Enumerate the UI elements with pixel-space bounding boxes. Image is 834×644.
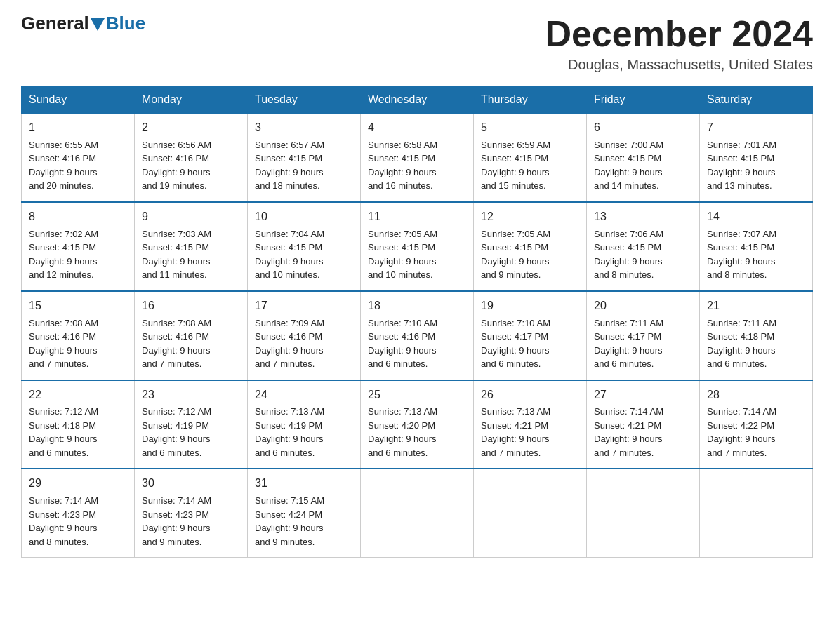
day-info: Sunrise: 7:08 AM Sunset: 4:16 PM Dayligh… xyxy=(29,316,128,371)
calendar-table: SundayMondayTuesdayWednesdayThursdayFrid… xyxy=(21,86,813,558)
day-number: 31 xyxy=(255,475,355,492)
calendar-cell: 29Sunrise: 7:14 AM Sunset: 4:23 PM Dayli… xyxy=(22,469,135,557)
calendar-cell: 21Sunrise: 7:11 AM Sunset: 4:18 PM Dayli… xyxy=(700,291,813,380)
day-info: Sunrise: 7:14 AM Sunset: 4:21 PM Dayligh… xyxy=(594,405,694,459)
day-info: Sunrise: 6:55 AM Sunset: 4:16 PM Dayligh… xyxy=(29,138,128,193)
day-number: 8 xyxy=(29,208,128,226)
day-info: Sunrise: 7:05 AM Sunset: 4:15 PM Dayligh… xyxy=(368,227,468,282)
day-info: Sunrise: 6:57 AM Sunset: 4:15 PM Dayligh… xyxy=(255,138,355,193)
calendar-cell: 9Sunrise: 7:03 AM Sunset: 4:15 PM Daylig… xyxy=(135,202,248,291)
location-title: Douglas, Massachusetts, United States xyxy=(545,57,813,73)
calendar-cell: 28Sunrise: 7:14 AM Sunset: 4:22 PM Dayli… xyxy=(700,380,813,469)
day-number: 4 xyxy=(368,119,468,137)
header-tuesday: Tuesday xyxy=(248,86,361,114)
day-number: 15 xyxy=(29,297,128,315)
day-info: Sunrise: 7:12 AM Sunset: 4:19 PM Dayligh… xyxy=(142,405,241,459)
day-number: 1 xyxy=(29,119,128,137)
day-info: Sunrise: 7:10 AM Sunset: 4:16 PM Dayligh… xyxy=(368,316,468,371)
day-number: 16 xyxy=(142,297,241,315)
day-number: 10 xyxy=(255,208,355,226)
header-saturday: Saturday xyxy=(700,86,813,114)
day-number: 25 xyxy=(368,387,468,404)
calendar-cell: 31Sunrise: 7:15 AM Sunset: 4:24 PM Dayli… xyxy=(248,469,361,557)
day-number: 29 xyxy=(29,475,128,492)
day-number: 21 xyxy=(707,297,807,315)
day-info: Sunrise: 7:10 AM Sunset: 4:17 PM Dayligh… xyxy=(481,316,581,371)
day-number: 9 xyxy=(142,208,241,226)
day-number: 19 xyxy=(481,297,581,315)
day-number: 24 xyxy=(255,387,355,404)
calendar-cell: 4Sunrise: 6:58 AM Sunset: 4:15 PM Daylig… xyxy=(361,114,474,202)
calendar-cell: 19Sunrise: 7:10 AM Sunset: 4:17 PM Dayli… xyxy=(474,291,587,380)
day-number: 23 xyxy=(142,387,241,404)
calendar-cell: 1Sunrise: 6:55 AM Sunset: 4:16 PM Daylig… xyxy=(22,114,135,202)
calendar-cell: 15Sunrise: 7:08 AM Sunset: 4:16 PM Dayli… xyxy=(22,291,135,380)
day-number: 7 xyxy=(707,119,807,137)
calendar-cell: 8Sunrise: 7:02 AM Sunset: 4:15 PM Daylig… xyxy=(22,202,135,291)
week-row-2: 8Sunrise: 7:02 AM Sunset: 4:15 PM Daylig… xyxy=(22,202,813,291)
calendar-cell: 22Sunrise: 7:12 AM Sunset: 4:18 PM Dayli… xyxy=(22,380,135,469)
header-monday: Monday xyxy=(135,86,248,114)
logo-blue-text: Blue xyxy=(106,14,145,32)
logo: General Blue xyxy=(21,14,145,36)
day-info: Sunrise: 7:14 AM Sunset: 4:23 PM Dayligh… xyxy=(29,494,128,549)
calendar-cell: 18Sunrise: 7:10 AM Sunset: 4:16 PM Dayli… xyxy=(361,291,474,380)
logo-triangle-icon xyxy=(91,18,105,31)
day-info: Sunrise: 7:09 AM Sunset: 4:16 PM Dayligh… xyxy=(255,316,355,371)
day-info: Sunrise: 7:07 AM Sunset: 4:15 PM Dayligh… xyxy=(707,227,807,282)
day-info: Sunrise: 7:13 AM Sunset: 4:21 PM Dayligh… xyxy=(481,405,581,459)
day-number: 14 xyxy=(707,208,807,226)
calendar-cell: 20Sunrise: 7:11 AM Sunset: 4:17 PM Dayli… xyxy=(587,291,700,380)
calendar-cell: 2Sunrise: 6:56 AM Sunset: 4:16 PM Daylig… xyxy=(135,114,248,202)
week-row-4: 22Sunrise: 7:12 AM Sunset: 4:18 PM Dayli… xyxy=(22,380,813,469)
day-info: Sunrise: 7:02 AM Sunset: 4:15 PM Dayligh… xyxy=(29,227,128,282)
calendar-cell: 13Sunrise: 7:06 AM Sunset: 4:15 PM Dayli… xyxy=(587,202,700,291)
day-info: Sunrise: 7:00 AM Sunset: 4:15 PM Dayligh… xyxy=(594,138,694,193)
header-thursday: Thursday xyxy=(474,86,587,114)
day-number: 28 xyxy=(707,387,807,404)
day-info: Sunrise: 6:56 AM Sunset: 4:16 PM Dayligh… xyxy=(142,138,241,193)
calendar-cell: 30Sunrise: 7:14 AM Sunset: 4:23 PM Dayli… xyxy=(135,469,248,557)
calendar-cell: 7Sunrise: 7:01 AM Sunset: 4:15 PM Daylig… xyxy=(700,114,813,202)
day-number: 17 xyxy=(255,297,355,315)
day-info: Sunrise: 7:14 AM Sunset: 4:23 PM Dayligh… xyxy=(142,494,241,549)
day-info: Sunrise: 7:13 AM Sunset: 4:20 PM Dayligh… xyxy=(368,405,468,459)
calendar-body: 1Sunrise: 6:55 AM Sunset: 4:16 PM Daylig… xyxy=(22,114,813,558)
week-row-1: 1Sunrise: 6:55 AM Sunset: 4:16 PM Daylig… xyxy=(22,114,813,202)
calendar-cell: 17Sunrise: 7:09 AM Sunset: 4:16 PM Dayli… xyxy=(248,291,361,380)
calendar-cell: 25Sunrise: 7:13 AM Sunset: 4:20 PM Dayli… xyxy=(361,380,474,469)
calendar-cell: 10Sunrise: 7:04 AM Sunset: 4:15 PM Dayli… xyxy=(248,202,361,291)
calendar-cell: 14Sunrise: 7:07 AM Sunset: 4:15 PM Dayli… xyxy=(700,202,813,291)
calendar-cell xyxy=(587,469,700,557)
header-row: SundayMondayTuesdayWednesdayThursdayFrid… xyxy=(22,86,813,114)
header-sunday: Sunday xyxy=(22,86,135,114)
day-info: Sunrise: 7:12 AM Sunset: 4:18 PM Dayligh… xyxy=(29,405,128,459)
calendar-cell: 23Sunrise: 7:12 AM Sunset: 4:19 PM Dayli… xyxy=(135,380,248,469)
week-row-5: 29Sunrise: 7:14 AM Sunset: 4:23 PM Dayli… xyxy=(22,469,813,557)
day-info: Sunrise: 7:06 AM Sunset: 4:15 PM Dayligh… xyxy=(594,227,694,282)
day-number: 18 xyxy=(368,297,468,315)
day-number: 13 xyxy=(594,208,694,226)
page-header: General Blue December 2024 Douglas, Mass… xyxy=(21,14,813,73)
header-wednesday: Wednesday xyxy=(361,86,474,114)
calendar-cell: 16Sunrise: 7:08 AM Sunset: 4:16 PM Dayli… xyxy=(135,291,248,380)
logo-general-text: General xyxy=(21,14,89,32)
day-info: Sunrise: 7:08 AM Sunset: 4:16 PM Dayligh… xyxy=(142,316,241,371)
header-friday: Friday xyxy=(587,86,700,114)
day-number: 3 xyxy=(255,119,355,137)
day-info: Sunrise: 7:05 AM Sunset: 4:15 PM Dayligh… xyxy=(481,227,581,282)
calendar-cell: 24Sunrise: 7:13 AM Sunset: 4:19 PM Dayli… xyxy=(248,380,361,469)
day-info: Sunrise: 6:59 AM Sunset: 4:15 PM Dayligh… xyxy=(481,138,581,193)
day-info: Sunrise: 6:58 AM Sunset: 4:15 PM Dayligh… xyxy=(368,138,468,193)
day-number: 20 xyxy=(594,297,694,315)
calendar-cell: 12Sunrise: 7:05 AM Sunset: 4:15 PM Dayli… xyxy=(474,202,587,291)
day-number: 26 xyxy=(481,387,581,404)
calendar-cell xyxy=(474,469,587,557)
calendar-cell xyxy=(700,469,813,557)
calendar-cell: 26Sunrise: 7:13 AM Sunset: 4:21 PM Dayli… xyxy=(474,380,587,469)
calendar-cell: 5Sunrise: 6:59 AM Sunset: 4:15 PM Daylig… xyxy=(474,114,587,202)
day-info: Sunrise: 7:04 AM Sunset: 4:15 PM Dayligh… xyxy=(255,227,355,282)
day-info: Sunrise: 7:11 AM Sunset: 4:17 PM Dayligh… xyxy=(594,316,694,371)
day-number: 27 xyxy=(594,387,694,404)
day-number: 6 xyxy=(594,119,694,137)
